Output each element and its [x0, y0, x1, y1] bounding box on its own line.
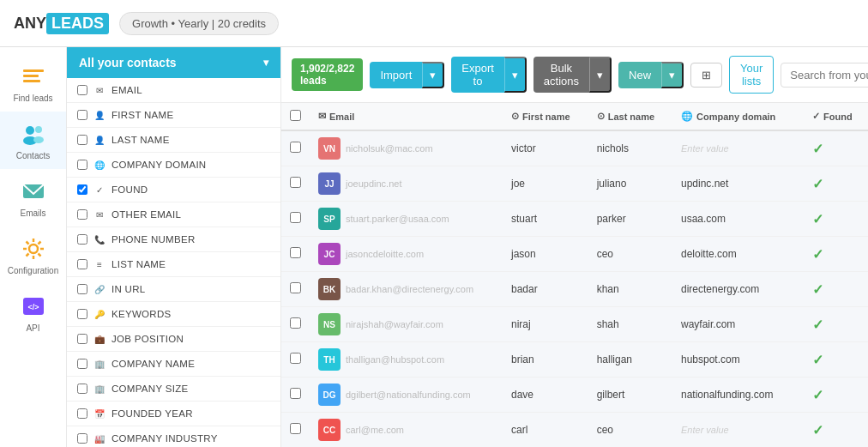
avatar: DG [318, 384, 341, 406]
row-checkbox[interactable] [290, 212, 301, 223]
sidebar-filter-company-industry[interactable]: 🏭 COMPANY INDUSTRY [67, 426, 280, 447]
filter-checkbox-founded-year[interactable] [77, 408, 87, 419]
filter-icon-company-industry: 🏭 [93, 432, 106, 445]
export-dropdown-button[interactable]: ▾ [504, 57, 527, 93]
sidebar-filter-company-size[interactable]: 🏢 COMPANY SIZE [67, 377, 280, 402]
found-check: ✓ [812, 247, 823, 262]
filter-label-founded-year: FOUNDED YEAR [112, 408, 193, 419]
row-checkbox[interactable] [290, 317, 301, 329]
row-checkbox[interactable] [290, 388, 301, 399]
email-cell: NS nirajshah@wayfair.com [310, 307, 503, 342]
sidebar-filter-phone-number[interactable]: 📞 PHONE NUMBER [67, 227, 280, 252]
email-value: carl@me.com [346, 425, 404, 435]
filter-checkbox-url[interactable] [77, 284, 87, 294]
sidebar-filter-list-name[interactable]: ≡ LIST NAME [67, 252, 280, 277]
row-checkbox[interactable] [290, 247, 301, 258]
sidebar-header[interactable]: All your contacts ▾ [67, 47, 280, 78]
company-domain-cell: hubspot.com [672, 342, 804, 378]
bulk-button-group: Bulk actions ▾ [533, 57, 612, 93]
filter-checkbox-last-name[interactable] [77, 135, 87, 145]
sidebar-filter-found[interactable]: ✓ FOUND [67, 178, 280, 202]
filter-label-list-name: LIST NAME [112, 259, 166, 269]
email-cell: BK badar.khan@directenergy.com [310, 272, 503, 307]
sidebar-filter-keywords[interactable]: 🔑 KEYWORDS [67, 302, 280, 327]
sidebar-filter-other-email[interactable]: ✉ OTHER EMAIL [67, 202, 280, 227]
row-checkbox[interactable] [290, 282, 301, 293]
filter-checkbox-company-domain[interactable] [77, 160, 87, 170]
filter-checkbox-company-name[interactable] [77, 359, 87, 369]
filter-checkbox-email[interactable] [77, 85, 87, 95]
filter-checkbox-other-email[interactable] [77, 209, 87, 220]
email-value: nirajshah@wayfair.com [346, 319, 443, 329]
filter-label-email: EMAIL [112, 85, 142, 95]
filter-checkbox-company-size[interactable] [77, 384, 87, 394]
export-button-group: Export to ▾ [451, 57, 527, 93]
new-button-group: New ▾ [618, 62, 684, 88]
row-checkbox[interactable] [290, 423, 301, 434]
found-check: ✓ [812, 142, 823, 156]
found-cell: ✓ [804, 272, 868, 307]
email-value: stuart.parker@usaa.com [346, 214, 449, 224]
filter-checkbox-company-industry[interactable] [77, 433, 87, 444]
found-check: ✓ [812, 212, 823, 227]
sidebar-filter-url[interactable]: 🔗 in URL [67, 277, 280, 302]
sidebar-item-contacts[interactable]: Contacts [0, 112, 66, 169]
row-checkbox[interactable] [290, 177, 301, 188]
row-checkbox[interactable] [290, 353, 301, 364]
company-domain-cell: updinc.net [672, 166, 804, 202]
filter-icon-company-size: 🏢 [93, 382, 106, 396]
toolbar: 1,902/2,822 leads Import ▾ Export to ▾ B… [281, 47, 868, 103]
filter-checkbox-list-name[interactable] [77, 259, 87, 269]
export-button[interactable]: Export to [451, 57, 504, 93]
filter-checkbox-first-name[interactable] [77, 110, 87, 120]
sidebar-filter-founded-year[interactable]: 📅 FOUNDED YEAR [67, 402, 280, 426]
table-row: JJ joeupdinc.net joe juliano updinc.net … [281, 166, 868, 202]
table-header: ✉ Email ⊙ First name ⊙ [281, 103, 868, 130]
email-value: jasoncdeloitte.com [346, 249, 424, 259]
filter-label-phone-number: PHONE NUMBER [112, 234, 196, 245]
last-name-cell: ceo [588, 413, 672, 448]
first-name-cell: victor [503, 130, 588, 166]
import-button[interactable]: Import [370, 62, 422, 88]
last-name-cell: halligan [588, 342, 672, 378]
sidebar-item-find-leads[interactable]: Find leads [0, 54, 66, 112]
sidebar-item-configuration[interactable]: Configuration [0, 227, 66, 284]
row-checkbox-cell [281, 342, 310, 378]
row-checkbox[interactable] [290, 142, 301, 153]
filter-checkbox-phone-number[interactable] [77, 234, 87, 245]
your-lists-button[interactable]: Your lists [729, 56, 774, 94]
found-check: ✓ [812, 388, 823, 402]
search-input[interactable] [781, 63, 868, 88]
contacts-table: ✉ Email ⊙ First name ⊙ [281, 103, 868, 447]
first-name-cell: joe [503, 166, 588, 202]
bulk-button[interactable]: Bulk actions [533, 57, 589, 93]
table-row: SP stuart.parker@usaa.com stuart parker … [281, 202, 868, 237]
bulk-dropdown-button[interactable]: ▾ [589, 57, 612, 93]
new-dropdown-button[interactable]: ▾ [661, 62, 684, 88]
last-name-cell: ceo [588, 237, 672, 272]
sidebar-filter-job-position[interactable]: 💼 JOB POSITION [67, 327, 280, 352]
view-toggle-button[interactable]: ⊞ [690, 63, 722, 88]
sidebar-filter-company-name[interactable]: 🏢 COMPANY NAME [67, 352, 280, 377]
email-cell: TH thalligan@hubspot.com [310, 342, 503, 378]
new-button[interactable]: New [618, 62, 661, 88]
last-name-cell: shah [588, 307, 672, 342]
filter-checkbox-keywords[interactable] [77, 309, 87, 319]
filter-icon-keywords: 🔑 [93, 307, 106, 321]
sidebar-item-api[interactable]: </> API [0, 284, 66, 341]
filter-icon-first-name: 👤 [93, 108, 106, 122]
select-all-checkbox[interactable] [290, 110, 301, 121]
first-name-cell: stuart [503, 202, 588, 237]
found-cell: ✓ [804, 202, 868, 237]
sidebar-item-emails[interactable]: Emails [0, 169, 66, 227]
sidebar-filter-company-domain[interactable]: 🌐 COMPANY DOMAIN [67, 153, 280, 178]
import-dropdown-button[interactable]: ▾ [422, 62, 444, 88]
filter-checkbox-found[interactable] [77, 184, 87, 195]
row-checkbox-cell [281, 166, 310, 202]
filter-label-company-industry: COMPANY INDUSTRY [112, 433, 218, 444]
sidebar-filter-last-name[interactable]: 👤 LAST NAME [67, 128, 280, 153]
filter-checkbox-job-position[interactable] [77, 334, 87, 344]
sidebar-filter-first-name[interactable]: 👤 FIRST NAME [67, 103, 280, 128]
row-checkbox-cell [281, 413, 310, 448]
sidebar-filter-email[interactable]: ✉ EMAIL [67, 78, 280, 103]
